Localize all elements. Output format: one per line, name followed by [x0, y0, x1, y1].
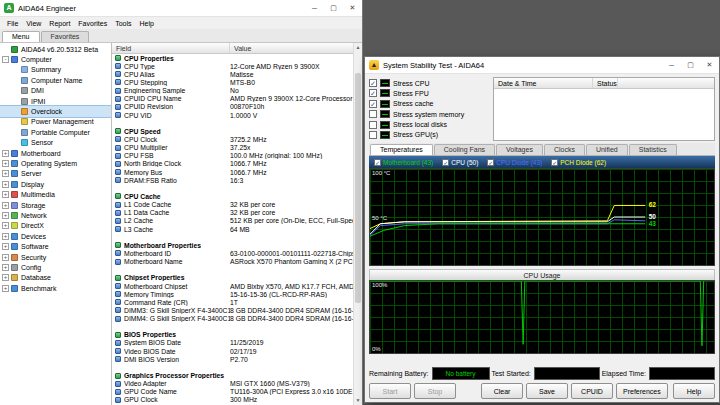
field-row[interactable]: CPU SteppingMTS-B0 — [112, 78, 353, 86]
tab-menu[interactable]: Menu — [2, 31, 40, 42]
field-section-row[interactable]: Motherboard Properties — [112, 241, 353, 249]
scroll-up-icon[interactable]: ▲ — [354, 43, 362, 52]
tab-voltages[interactable]: Voltages — [496, 144, 543, 155]
save-button[interactable]: Save — [526, 383, 568, 399]
minimize-icon[interactable]: ─ — [662, 57, 681, 73]
field-row[interactable]: DIMM3: G Skill SniperX F4-3400C16-8GSXW8… — [112, 306, 353, 314]
checkbox-icon[interactable]: ✓ — [442, 159, 449, 166]
checkbox-icon[interactable]: ✓ — [369, 89, 377, 97]
field-row[interactable]: North Bridge Clock1066.7 MHz — [112, 160, 353, 168]
field-row[interactable]: Memory Timings15-16-15-36 (CL-RCD-RP-RAS… — [112, 290, 353, 298]
checkbox-icon[interactable]: ✓ — [551, 159, 558, 166]
field-row[interactable]: DMI BIOS VersionP2.70 — [112, 355, 353, 363]
checkbox-icon[interactable]: ✓ — [374, 159, 381, 166]
field-row[interactable]: L1 Code Cache32 KB per core — [112, 201, 353, 209]
tree-item-config[interactable]: +Config — [0, 262, 111, 272]
stress-option-stress-cpu[interactable]: ✓Stress CPU — [369, 78, 489, 88]
close-icon[interactable]: ✕ — [343, 0, 362, 16]
expander-icon[interactable]: + — [2, 160, 9, 167]
menu-favorites[interactable]: Favorites — [74, 20, 111, 27]
field-section-row[interactable]: Chipset Properties — [112, 274, 353, 282]
clear-button[interactable]: Clear — [481, 383, 523, 399]
tree-item-aida64-v6-20-5312-beta[interactable]: AIDA64 v6.20.5312 Beta — [0, 44, 111, 54]
field-row[interactable]: CPU Type12-Core AMD Ryzen 9 3900X — [112, 62, 353, 70]
menu-file[interactable]: File — [3, 20, 22, 27]
tree-item-power-management[interactable]: Power Management — [0, 117, 111, 127]
column-value[interactable]: Value — [230, 45, 353, 52]
stress-option-stress-gpu-s[interactable]: Stress GPU(s) — [369, 130, 489, 140]
field-row[interactable]: Command Rate (CR)1T — [112, 298, 353, 306]
menu-help[interactable]: Help — [135, 20, 157, 27]
field-row[interactable]: DRAM:FSB Ratio16:3 — [112, 176, 353, 184]
expander-icon[interactable]: + — [2, 150, 9, 157]
expander-icon[interactable]: + — [2, 285, 9, 292]
tab-temperatures[interactable]: Temperatures — [370, 144, 433, 155]
tree-item-sensor[interactable]: Sensor — [0, 138, 111, 148]
scroll-thumb[interactable] — [355, 73, 361, 303]
checkbox-icon[interactable]: ✓ — [369, 100, 377, 108]
expander-icon[interactable]: + — [2, 264, 9, 271]
field-section-row[interactable]: CPU Cache — [112, 192, 353, 200]
field-row[interactable]: CPU FSB100.0 MHz (original: 100 MHz) — [112, 152, 353, 160]
tree-item-dmi[interactable]: DMI — [0, 86, 111, 96]
checkbox-icon[interactable]: ✓ — [487, 159, 494, 166]
expander-icon[interactable]: - — [2, 56, 9, 63]
expander-icon[interactable]: + — [2, 254, 9, 261]
tree-item-multimedia[interactable]: +Multimedia — [0, 189, 111, 199]
field-row[interactable]: CPU VID1.0000 V — [112, 111, 353, 119]
column-field[interactable]: Field — [112, 43, 230, 53]
minimize-icon[interactable]: ─ — [305, 0, 324, 16]
field-row[interactable]: Engineering SampleNo — [112, 87, 353, 95]
field-row[interactable]: Memory Bus1066.7 MHz — [112, 168, 353, 176]
menu-view[interactable]: View — [22, 20, 45, 27]
field-section-row[interactable]: CPU Speed — [112, 127, 353, 135]
preferences-button[interactable]: Preferences — [616, 383, 668, 399]
field-row[interactable]: L3 Cache64 MB — [112, 225, 353, 233]
close-icon[interactable]: ✕ — [700, 57, 719, 73]
tree-item-computer[interactable]: -Computer — [0, 54, 111, 64]
field-row[interactable]: CPUID CPU NameAMD Ryzen 9 3900X 12-Core … — [112, 95, 353, 103]
tree-item-benchmark[interactable]: +Benchmark — [0, 283, 111, 293]
tree-item-ipmi[interactable]: IPMI — [0, 96, 111, 106]
field-row[interactable]: Motherboard NameASRock X570 Phantom Gami… — [112, 258, 353, 266]
tab-cooling-fans[interactable]: Cooling Fans — [434, 144, 495, 155]
column-status[interactable]: Status — [593, 78, 618, 88]
expander-icon[interactable]: + — [2, 170, 9, 177]
field-row[interactable]: CPU AliasMatisse — [112, 70, 353, 78]
tree-item-summary[interactable]: Summary — [0, 65, 111, 75]
expander-icon[interactable]: + — [2, 274, 9, 281]
field-section-row[interactable]: Graphics Processor Properties — [112, 371, 353, 379]
stress-option-stress-cache[interactable]: ✓Stress cache — [369, 99, 489, 109]
stop-button[interactable]: Stop — [414, 383, 456, 399]
field-row[interactable]: L2 Cache512 KB per core (On-Die, ECC, Fu… — [112, 217, 353, 225]
tab-favorites[interactable]: Favorites — [41, 31, 90, 42]
tab-clocks[interactable]: Clocks — [544, 144, 585, 155]
expander-icon[interactable]: + — [2, 202, 9, 209]
field-row[interactable]: Video BIOS Date02/17/19 — [112, 347, 353, 355]
expander-icon[interactable]: + — [2, 222, 9, 229]
legend-cpu-diode-43[interactable]: ✓CPU Diode (43) — [487, 159, 542, 166]
menu-tools[interactable]: Tools — [111, 20, 135, 27]
tree-item-server[interactable]: +Server — [0, 169, 111, 179]
tree-item-storage[interactable]: +Storage — [0, 200, 111, 210]
tree-item-software[interactable]: +Software — [0, 241, 111, 251]
maximize-icon[interactable]: ▢ — [681, 57, 700, 73]
field-section-row[interactable]: BIOS Properties — [112, 331, 353, 339]
field-row[interactable]: Video AdapterMSI GTX 1660 (MS-V379) — [112, 380, 353, 388]
stress-option-stress-system-memory[interactable]: Stress system memory — [369, 109, 489, 119]
field-row[interactable]: System BIOS Date11/25/2019 — [112, 339, 353, 347]
help-button[interactable]: Help — [673, 383, 715, 399]
scrollbar[interactable]: ▲ ▼ — [353, 43, 362, 405]
legend-cpu-50[interactable]: ✓CPU (50) — [442, 159, 478, 166]
tree-item-directx[interactable]: +DirectX — [0, 221, 111, 231]
tab-unified[interactable]: Unified — [586, 144, 628, 155]
scroll-down-icon[interactable]: ▼ — [354, 396, 362, 405]
field-row[interactable]: GPU Code NameTU116-300A (PCI Express 3.0… — [112, 388, 353, 396]
tree-item-overclock[interactable]: Overclock — [0, 106, 111, 116]
tree-item-database[interactable]: +Database — [0, 273, 111, 283]
expander-icon[interactable]: + — [2, 212, 9, 219]
tab-statistics[interactable]: Statistics — [629, 144, 677, 155]
legend-motherboard-43[interactable]: ✓Motherboard (43) — [374, 159, 433, 166]
checkbox-icon[interactable] — [369, 121, 377, 129]
checkbox-icon[interactable] — [369, 110, 377, 118]
